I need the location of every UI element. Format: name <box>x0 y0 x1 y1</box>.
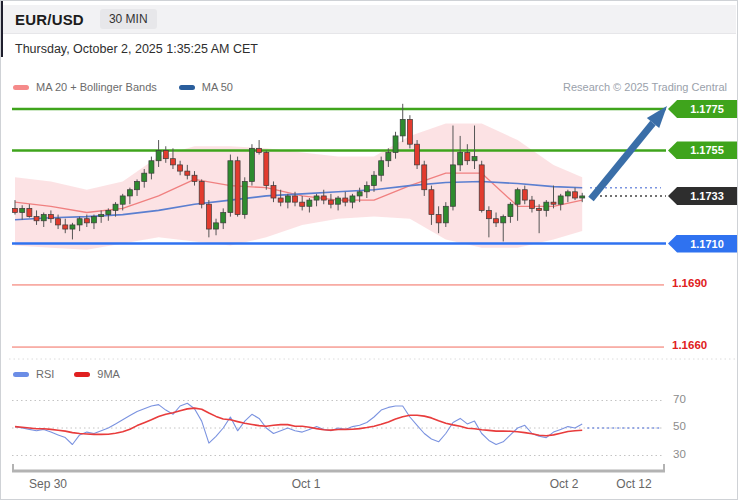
support-3-price-label: 1.1660 <box>672 339 707 351</box>
legend-ma50-label: MA 50 <box>202 81 233 93</box>
legend-rsi: RSI <box>13 368 54 380</box>
legend-ma20-bb-label: MA 20 + Bollinger Bands <box>36 81 157 93</box>
trading-central-chart-card: EUR/USD 30 MIN Thursday, October 2, 2025… <box>0 0 738 500</box>
rsi-swatch-icon <box>13 372 29 377</box>
ma20-bb-swatch-icon <box>13 85 29 90</box>
left-accent-bar <box>1 1 3 57</box>
legend-rsi-label: RSI <box>36 368 54 380</box>
research-credit: Research © 2025 Trading Central <box>563 81 727 93</box>
rsi-legend: RSI 9MA <box>13 368 120 380</box>
timeframe-badge: 30 MIN <box>100 9 157 29</box>
nine-ma-swatch-icon <box>74 372 90 377</box>
x-axis-label-oct2: Oct 2 <box>550 477 579 491</box>
x-axis-label-sep30: Sep 30 <box>29 477 67 491</box>
symbol-title: EUR/USD <box>15 11 84 28</box>
x-axis-label-oct12: Oct 12 <box>616 477 651 491</box>
x-axis-label-oct1: Oct 1 <box>292 477 321 491</box>
last-price-tag: 1.1733 <box>668 187 738 205</box>
ma50-swatch-icon <box>179 85 195 90</box>
rsi-level-70-label: 70 <box>673 393 686 405</box>
resistance-2-price-tag: 1.1775 <box>668 100 738 118</box>
titlebar: EUR/USD 30 MIN <box>2 5 736 34</box>
price-legend: MA 20 + Bollinger Bands MA 50 <box>13 81 233 93</box>
rsi-level-30-label: 30 <box>673 448 686 460</box>
legend-9ma-label: 9MA <box>97 368 120 380</box>
resistance-1-price-tag: 1.1755 <box>668 141 738 159</box>
legend-ma50: MA 50 <box>179 81 233 93</box>
legend-9ma: 9MA <box>74 368 120 380</box>
chart-canvas <box>1 1 738 500</box>
rsi-level-50-label: 50 <box>673 420 686 432</box>
legend-ma20-bb: MA 20 + Bollinger Bands <box>13 81 157 93</box>
date-text: Thursday, October 2, 2025 1:35:25 AM CET <box>15 42 258 56</box>
support-2-price-label: 1.1690 <box>672 277 707 289</box>
support-1-price-tag: 1.1710 <box>668 235 738 253</box>
